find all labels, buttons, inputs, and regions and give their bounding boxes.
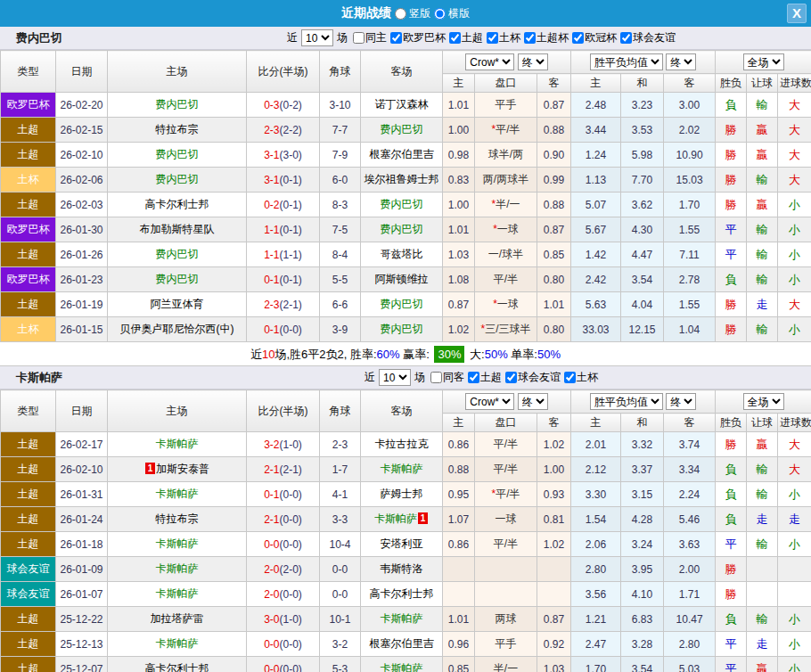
filter-option[interactable]: 球会友谊 — [620, 30, 676, 45]
col-home: 主场 — [108, 390, 247, 432]
team-name-text: 加斯安泰普 — [156, 463, 209, 475]
filter-option[interactable]: 欧冠杯 — [572, 30, 617, 45]
team-name-text: 根塞尔伯里吉 — [370, 148, 434, 160]
competition-checkbox[interactable] — [505, 372, 517, 383]
filter-option[interactable]: 土杯 — [564, 370, 598, 385]
layout-radio-horizontal[interactable]: 横版 — [434, 6, 470, 21]
handicap-text: 平/半 — [494, 463, 518, 475]
filter-option[interactable]: 土超 — [468, 370, 502, 385]
team-name-text: 诺丁汉森林 — [375, 98, 429, 111]
away-team-cell: 安塔利亚 — [361, 532, 443, 557]
corner-count: 2-3 — [320, 432, 361, 457]
team-name-text: 卡斯帕萨 — [381, 662, 423, 672]
avg-stage-select[interactable]: 终 — [666, 53, 696, 70]
team-name-text: 贝伊奥卢耶尼恰尔西(中) — [120, 323, 234, 335]
bookmaker-select[interactable]: Crow* — [465, 393, 514, 410]
filter-option[interactable]: 土超杯 — [524, 30, 569, 45]
avg-stage-select[interactable]: 终 — [666, 393, 696, 410]
full-score: 3-2 — [264, 438, 279, 451]
filter-option[interactable]: 土杯 — [487, 30, 520, 45]
goals-flag: 大 — [778, 457, 811, 482]
away-odds: 1.00 — [537, 457, 571, 482]
match-count-select[interactable]: 10 — [301, 29, 333, 46]
full-score: 0-1 — [264, 324, 279, 336]
filter-option[interactable]: 同客 — [430, 370, 464, 385]
half-score: (2-1) — [280, 463, 302, 476]
home-odds — [443, 582, 475, 607]
competition-checkbox[interactable] — [390, 32, 402, 44]
avg-draw-odds: 4.04 — [621, 292, 664, 317]
filter-option[interactable]: 土超 — [449, 30, 483, 45]
match-date: 26-01-19 — [56, 292, 108, 317]
home-odds: 0.86 — [443, 432, 475, 457]
checkbox-label: 欧冠杯 — [585, 30, 617, 45]
full-score: 2-1 — [264, 463, 279, 476]
half-score: (0-1) — [280, 199, 302, 211]
home-team-cell: 费内巴切 — [108, 267, 247, 292]
scope-select[interactable]: 全场 — [743, 53, 784, 70]
handicap-text: 一球 — [496, 512, 517, 525]
avg-select[interactable]: 胜平负均值 — [590, 53, 663, 70]
avg-away-odds: 3.74 — [664, 432, 716, 457]
close-icon[interactable]: X — [787, 4, 807, 23]
layout-radio-vertical[interactable]: 竖版 — [395, 6, 430, 21]
horizontal-radio[interactable] — [434, 8, 446, 20]
full-score: 0-1 — [264, 488, 279, 501]
odds-stage-select[interactable]: 终 — [518, 393, 548, 410]
col-type: 类型 — [1, 390, 56, 432]
match-row: 土超26-02-10费内巴切3-1(3-0)7-9根塞尔伯里吉0.98球半/两0… — [1, 143, 811, 168]
filter-option[interactable]: 球会友谊 — [505, 370, 561, 385]
avg-draw-odds: 7.70 — [621, 168, 664, 193]
avg-away-odds: 7.11 — [664, 242, 716, 267]
home-odds: 1.01 — [443, 217, 475, 242]
match-date: 26-01-30 — [56, 217, 108, 242]
section-header-away-team: 卡斯帕萨 近 10 场 同客土超球会友谊土杯 — [0, 366, 811, 389]
avg-away-odds: 2.80 — [664, 632, 716, 657]
bookmaker-select[interactable]: Crow* — [465, 53, 514, 70]
avg-home-odds: 1.42 — [571, 242, 621, 267]
result-flag: 勝 — [716, 432, 747, 457]
team-name-text: 阿斯顿维拉 — [375, 273, 429, 285]
filter-option[interactable]: 同主 — [353, 30, 387, 45]
away-team-cell: 卡斯帕萨 — [361, 607, 443, 632]
vertical-radio[interactable] — [395, 8, 406, 20]
full-score: 2-1 — [264, 513, 279, 526]
avg-away-odds: 10.90 — [664, 143, 716, 168]
goals-flag — [778, 582, 811, 607]
competition-type-badge: 土超 — [1, 457, 56, 482]
result-flag: 勝 — [716, 317, 747, 342]
handicap-flag: 贏 — [747, 118, 778, 143]
competition-checkbox[interactable] — [524, 32, 536, 44]
competition-type-badge: 土超 — [1, 432, 56, 457]
avg-home-odds: 3.56 — [571, 582, 621, 607]
match-row: 土超26-01-31卡斯帕萨0-1(0-0)4-1萨姆士邦0.95*平/半0.9… — [1, 482, 811, 507]
avg-select[interactable]: 胜平负均值 — [590, 393, 663, 410]
competition-checkbox[interactable] — [487, 32, 498, 44]
competition-checkbox[interactable] — [572, 32, 584, 44]
competition-type-badge: 土超 — [1, 242, 56, 267]
filter-option[interactable]: 欧罗巴杯 — [390, 30, 446, 45]
competition-checkbox[interactable] — [564, 372, 576, 383]
competition-checkbox[interactable] — [430, 372, 442, 383]
corner-count: 10-1 — [320, 607, 361, 632]
sub-col-avg-draw: 和 — [621, 414, 664, 432]
match-count-select[interactable]: 10 — [379, 369, 411, 386]
avg-away-odds: 10.47 — [664, 607, 716, 632]
competition-checkbox[interactable] — [468, 372, 479, 383]
match-score: 1-1(0-1) — [247, 217, 320, 242]
scope-select[interactable]: 全场 — [743, 393, 784, 410]
result-flag: 勝 — [716, 193, 747, 217]
competition-checkbox[interactable] — [449, 32, 461, 44]
checkbox-label: 欧罗巴杯 — [403, 30, 446, 45]
team-name-text: 费内巴切 — [381, 223, 423, 235]
avg-draw-odds: 12.15 — [621, 317, 664, 342]
competition-type-badge: 土超 — [1, 193, 56, 217]
competition-type-badge: 土超 — [1, 607, 56, 632]
team-name-text: 卡斯帕萨 — [156, 637, 199, 650]
competition-type-badge: 欧罗巴杯 — [1, 267, 56, 292]
competition-checkbox[interactable] — [353, 32, 365, 44]
competition-checkbox[interactable] — [620, 32, 632, 44]
avg-group-header: 胜平负均值 终 — [571, 51, 716, 74]
odds-stage-select[interactable]: 终 — [518, 53, 548, 70]
result-flag: 勝 — [716, 118, 747, 143]
